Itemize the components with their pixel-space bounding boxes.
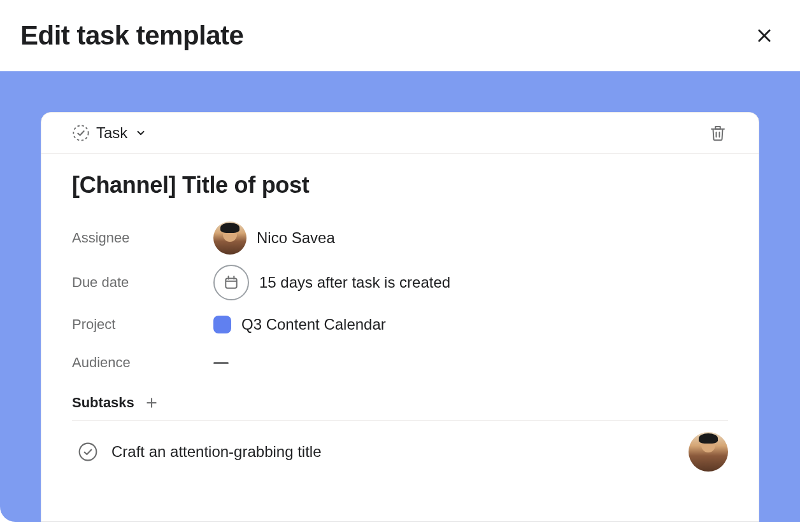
svg-point-2	[80, 444, 97, 461]
subtasks-header: Subtasks	[72, 382, 728, 420]
project-name: Q3 Content Calendar	[241, 316, 386, 333]
due-date-value[interactable]: 15 days after task is created	[213, 265, 450, 300]
subtask-item[interactable]: Craft an attention-grabbing title	[72, 421, 728, 483]
add-subtask-button[interactable]	[145, 396, 159, 410]
subtask-assignee[interactable]	[689, 432, 728, 472]
chevron-down-icon	[135, 127, 146, 139]
modal-title: Edit task template	[20, 20, 243, 51]
close-button[interactable]	[754, 25, 775, 46]
trash-icon	[708, 123, 727, 143]
due-date-text: 15 days after task is created	[259, 274, 450, 291]
audience-row: Audience	[72, 344, 728, 382]
delete-button[interactable]	[708, 123, 728, 143]
assignee-row: Assignee Nico Savea	[72, 216, 728, 260]
task-card: Task [Channel] Title of post	[41, 112, 759, 522]
plus-icon	[145, 396, 158, 409]
card-body: [Channel] Title of post Assignee Nico Sa…	[41, 154, 759, 483]
close-icon	[755, 27, 773, 45]
card-toolbar: Task	[41, 113, 759, 154]
banner-area: Task [Channel] Title of post	[0, 71, 800, 522]
svg-point-0	[73, 125, 88, 140]
project-color-chip	[213, 316, 231, 333]
assignee-value[interactable]: Nico Savea	[213, 221, 335, 255]
calendar-icon	[213, 265, 249, 300]
assignee-label: Assignee	[72, 230, 213, 246]
assignee-name: Nico Savea	[257, 229, 335, 247]
task-type-label: Task	[96, 124, 127, 142]
subtask-check-icon[interactable]	[77, 441, 99, 463]
project-value[interactable]: Q3 Content Calendar	[213, 316, 386, 333]
subtask-list: Craft an attention-grabbing title	[72, 420, 728, 483]
audience-label: Audience	[72, 354, 213, 371]
subtask-title: Craft an attention-grabbing title	[111, 443, 676, 461]
subtasks-label: Subtasks	[72, 395, 134, 411]
due-date-row: Due date 15 days after task is created	[72, 260, 728, 305]
svg-rect-1	[225, 279, 236, 288]
modal-header: Edit task template	[0, 0, 800, 71]
task-title[interactable]: [Channel] Title of post	[72, 172, 728, 199]
dashed-check-icon	[72, 124, 90, 142]
audience-value[interactable]	[213, 362, 229, 364]
empty-dash-icon	[213, 362, 229, 364]
project-label: Project	[72, 316, 213, 333]
assignee-avatar	[213, 221, 246, 255]
project-row: Project Q3 Content Calendar	[72, 305, 728, 344]
due-date-label: Due date	[72, 274, 213, 291]
subtask-assignee-avatar	[689, 432, 728, 472]
task-type-selector[interactable]: Task	[72, 124, 146, 142]
